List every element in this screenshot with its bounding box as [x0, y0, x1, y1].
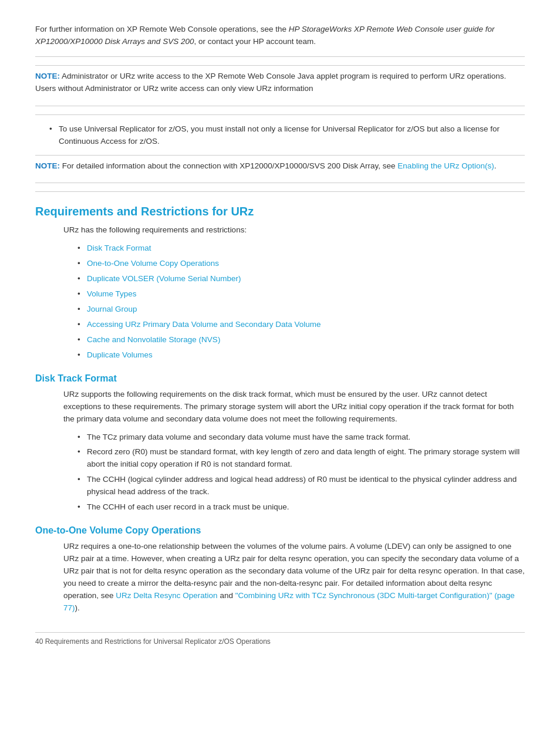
- page: For further information on XP Remote Web…: [0, 0, 560, 669]
- urz-delta-resync-link[interactable]: URz Delta Resync Operation: [116, 591, 217, 600]
- list-item-accessing-urz: Accessing URz Primary Data Volume and Se…: [77, 319, 525, 331]
- disk-track-format-link[interactable]: Disk Track Format: [87, 244, 151, 252]
- intro-bullet-item: To use Universal Replicator for z/OS, yo…: [49, 123, 525, 148]
- list-item-duplicate-volser: Duplicate VOLSER (Volume Serial Number): [77, 273, 525, 285]
- section3-para1: URz requires a one-to-one relationship b…: [63, 541, 525, 615]
- note-block-2: NOTE: For detailed information about the…: [35, 155, 525, 184]
- footer-text: Requirements and Restrictions for Univer…: [43, 637, 271, 646]
- section2-bullet-3: The CCHH (logical cylinder address and l…: [77, 474, 525, 498]
- journal-group-link[interactable]: Journal Group: [87, 305, 137, 313]
- section1-heading: Requirements and Restrictions for URz: [35, 205, 525, 218]
- duplicate-volser-link[interactable]: Duplicate VOLSER (Volume Serial Number): [87, 274, 241, 283]
- section2-bullet-2: Record zero (R0) must be standard format…: [77, 446, 525, 471]
- divider1: [35, 56, 525, 57]
- intro-para: For further information on XP Remote Web…: [35, 23, 525, 48]
- volume-types-link[interactable]: Volume Types: [87, 289, 137, 298]
- footer-page-num: 40: [35, 637, 43, 646]
- section2-bullet-1: The TCz primary data volume and secondar…: [77, 431, 525, 444]
- list-item-one-to-one: One-to-One Volume Copy Operations: [77, 258, 525, 270]
- section2-content: URz supports the following requirements …: [63, 389, 525, 514]
- duplicate-volumes-link[interactable]: Duplicate Volumes: [87, 350, 153, 359]
- list-item-disk-track: Disk Track Format: [77, 242, 525, 255]
- footer: 40 Requirements and Restrictions for Uni…: [35, 632, 525, 646]
- one-to-one-link[interactable]: One-to-One Volume Copy Operations: [87, 259, 219, 268]
- section2-para1: URz supports the following requirements …: [63, 389, 525, 426]
- cache-nvs-link[interactable]: Cache and Nonvolatile Storage (NVS): [87, 335, 220, 344]
- section1-link-list: Disk Track Format One-to-One Volume Copy…: [77, 242, 525, 361]
- section1-intro: URz has the following requirements and r…: [63, 224, 525, 237]
- enabling-urz-link[interactable]: Enabling the URz Option(s): [397, 161, 494, 170]
- list-item-cache: Cache and Nonvolatile Storage (NVS): [77, 334, 525, 346]
- section2-bullets: The TCz primary data volume and secondar…: [77, 431, 525, 514]
- section3-heading: One-to-One Volume Copy Operations: [35, 525, 525, 536]
- divider2: [35, 114, 525, 115]
- section3-content: URz requires a one-to-one relationship b…: [63, 541, 525, 615]
- section1-content: URz has the following requirements and r…: [63, 224, 525, 361]
- note1-text: NOTE: Administrator or URz write access …: [35, 70, 525, 95]
- section2-bullet-4: The CCHH of each user record in a track …: [77, 501, 525, 514]
- accessing-urz-link[interactable]: Accessing URz Primary Data Volume and Se…: [87, 320, 321, 329]
- note2-text: NOTE: For detailed information about the…: [35, 160, 525, 173]
- divider3: [35, 191, 525, 192]
- section2-heading: Disk Track Format: [35, 373, 525, 384]
- list-item-duplicate-volumes: Duplicate Volumes: [77, 349, 525, 362]
- list-item-journal-group: Journal Group: [77, 303, 525, 316]
- note-block-1: NOTE: Administrator or URz write access …: [35, 65, 525, 106]
- list-item-volume-types: Volume Types: [77, 288, 525, 301]
- intro-bullet-list: To use Universal Replicator for z/OS, yo…: [49, 123, 525, 148]
